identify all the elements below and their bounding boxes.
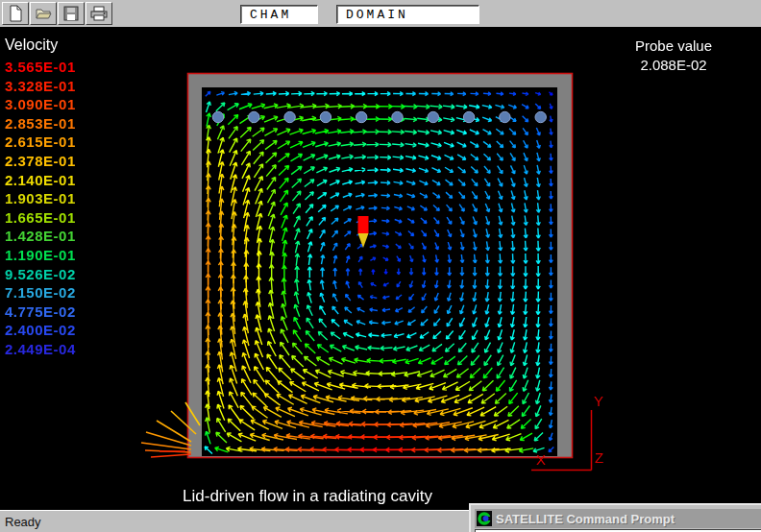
open-folder-icon <box>35 6 52 21</box>
cham-field[interactable]: CHAM <box>240 5 318 24</box>
open-file-button[interactable] <box>30 2 57 25</box>
legend-values: 3.565E-013.328E-013.090E-012.853E-012.61… <box>5 58 76 359</box>
probe-label: Probe value <box>596 36 751 56</box>
legend-entry: 3.328E-01 <box>5 77 76 96</box>
toolbar: CHAM DOMAIN <box>0 0 761 29</box>
legend-entry: 1.665E-01 <box>5 208 76 228</box>
satellite-title: SATELLITE Command Prompt <box>496 512 675 526</box>
save-icon <box>63 6 79 21</box>
print-icon <box>90 6 108 21</box>
legend-entry: 2.853E-01 <box>5 114 76 133</box>
legend-entry: 2.615E-01 <box>5 133 76 152</box>
satellite-titlebar[interactable]: SATELLITE Command Prompt <box>475 509 761 528</box>
probe-value: 2.088E-02 <box>596 56 751 75</box>
velocity-legend: Velocity 3.565E-013.328E-013.090E-012.85… <box>5 36 76 359</box>
axis-label-y: Y <box>594 393 603 409</box>
save-button[interactable] <box>58 2 85 25</box>
legend-entry: 4.775E-02 <box>5 302 76 322</box>
vector-plot-canvas[interactable] <box>0 0 761 532</box>
legend-entry: 1.190E-01 <box>5 246 76 265</box>
legend-entry: 1.903E-01 <box>5 189 76 208</box>
plot-caption: Lid-driven flow in a radiating cavity <box>144 487 471 506</box>
legend-entry: 2.449E-04 <box>5 340 76 359</box>
legend-entry: 7.150E-02 <box>5 283 76 302</box>
new-file-button[interactable] <box>2 2 29 25</box>
axis-label-x: X <box>536 451 546 468</box>
legend-entry: 2.140E-01 <box>5 171 76 190</box>
legend-entry: 1.428E-01 <box>5 227 76 246</box>
axis-label-z: Z <box>595 449 603 466</box>
status-text: Ready <box>5 515 41 529</box>
legend-entry: 9.526E-02 <box>5 265 76 284</box>
new-document-icon <box>8 5 23 22</box>
satellite-window[interactable]: SATELLITE Command Prompt <box>469 503 761 532</box>
legend-entry: 3.090E-01 <box>5 95 76 114</box>
domain-field-text: DOMAIN <box>346 8 408 22</box>
legend-entry: 2.400E-02 <box>5 321 76 340</box>
probe-readout: Probe value 2.088E-02 <box>596 36 751 75</box>
cham-field-text: CHAM <box>250 8 291 22</box>
satellite-app-icon <box>477 511 492 526</box>
domain-field[interactable]: DOMAIN <box>336 5 479 24</box>
legend-entry: 2.378E-01 <box>5 152 76 171</box>
legend-entry: 3.565E-01 <box>5 58 76 77</box>
legend-title: Velocity <box>5 36 76 54</box>
photon-app-window: CHAM DOMAIN Velocity 3.565E-013.328E-013… <box>0 0 761 532</box>
print-button[interactable] <box>86 2 112 25</box>
